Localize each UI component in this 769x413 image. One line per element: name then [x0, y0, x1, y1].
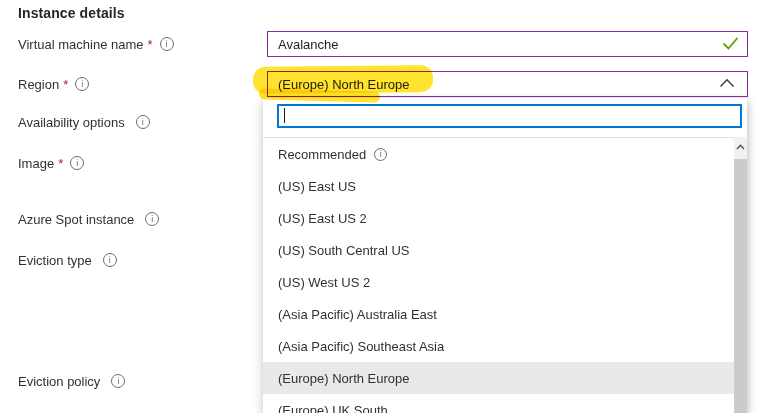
info-icon[interactable] [103, 253, 117, 267]
field-label-text: Image [18, 156, 54, 171]
region-option[interactable]: (Asia Pacific) Southeast Asia [263, 330, 734, 362]
info-icon[interactable] [136, 115, 150, 129]
info-icon[interactable] [145, 212, 159, 226]
info-icon[interactable] [160, 37, 174, 51]
info-icon[interactable] [70, 156, 84, 170]
scrollbar-up-button[interactable] [734, 137, 747, 157]
field-label-text: Region [18, 77, 59, 92]
region-option-list: Recommended (US) East US (US) East US 2 … [263, 137, 734, 413]
field-label-image: Image * [18, 154, 84, 172]
region-option[interactable]: (US) East US 2 [263, 202, 734, 234]
dropdown-scrollbar[interactable] [734, 137, 747, 413]
field-label-virtual-machine-name: Virtual machine name * [18, 35, 174, 53]
field-label-text: Availability options [18, 115, 125, 130]
required-asterisk: * [58, 156, 63, 171]
region-option[interactable]: (Europe) UK South [263, 394, 734, 413]
region-option[interactable]: (US) West US 2 [263, 266, 734, 298]
scrollbar-thumb[interactable] [734, 159, 747, 413]
field-label-text: Virtual machine name [18, 37, 144, 52]
info-icon[interactable] [75, 77, 89, 91]
field-label-eviction-type: Eviction type [18, 251, 117, 269]
group-label: Recommended [278, 147, 366, 162]
section-title: Instance details [18, 5, 125, 21]
region-option[interactable]: (US) East US [263, 170, 734, 202]
vm-name-input[interactable] [267, 31, 748, 57]
field-label-azure-spot-instance: Azure Spot instance [18, 210, 159, 228]
field-label-eviction-policy: Eviction policy [18, 372, 125, 390]
azure-vm-create-instance-details: Instance details Virtual machine name * … [0, 0, 769, 413]
field-label-text: Eviction type [18, 253, 92, 268]
info-icon[interactable] [374, 148, 387, 161]
info-icon[interactable] [111, 374, 125, 388]
field-label-text: Eviction policy [18, 374, 100, 389]
region-option[interactable]: (US) South Central US [263, 234, 734, 266]
field-label-region: Region * [18, 75, 89, 93]
scroll-up-arrow-icon [736, 144, 745, 150]
option-group-header: Recommended [263, 138, 734, 170]
field-label-availability-options: Availability options [18, 113, 150, 131]
region-dropdown-panel: Recommended (US) East US (US) East US 2 … [263, 98, 747, 413]
required-asterisk: * [148, 37, 153, 52]
field-label-text: Azure Spot instance [18, 212, 134, 227]
text-cursor [284, 108, 285, 123]
required-asterisk: * [63, 77, 68, 92]
region-filter-input[interactable] [277, 104, 742, 128]
region-option-selected[interactable]: (Europe) North Europe [263, 362, 734, 394]
region-option[interactable]: (Asia Pacific) Australia East [263, 298, 734, 330]
